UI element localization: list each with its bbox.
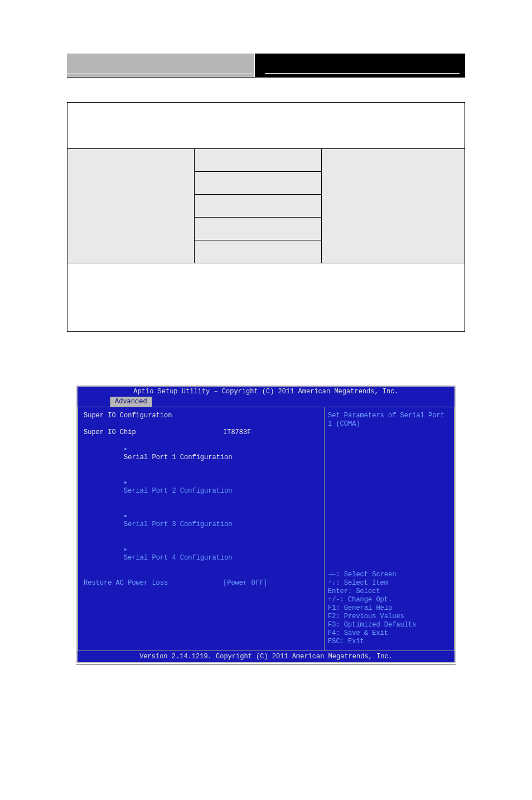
bios-side-panel: Set Parameters of Serial Port 1 (COMA) →… [325, 407, 454, 651]
menu-item-1[interactable]: Serial Port 1 Configuration [124, 454, 232, 461]
restore-ac-label[interactable]: Restore AC Power Loss [84, 579, 223, 587]
key-help-7: F4: Save & Exit [328, 629, 451, 638]
key-help-2: Enter: Select [328, 587, 451, 596]
bios-underline [76, 663, 456, 664]
chevron-right-icon: ▸ [124, 445, 129, 454]
header-right-panel [255, 54, 465, 77]
chip-value: IT8783F [223, 428, 251, 437]
bios-footer: Version 2.14.1219. Copyright (C) 2011 Am… [78, 651, 454, 662]
menu-item-2[interactable]: Serial Port 2 Configuration [124, 487, 232, 495]
chevron-right-icon: ▸ [124, 512, 129, 521]
header-left-panel [67, 54, 255, 77]
chevron-right-icon: ▸ [124, 546, 129, 554]
chevron-right-icon: ▸ [124, 479, 129, 487]
settings-table [67, 102, 465, 332]
item-help-text: Set Parameters of Serial Port 1 (COMA) [328, 412, 451, 428]
bios-screenshot: Aptio Setup Utility – Copyright (C) 2011… [76, 385, 456, 663]
settings-left-col [67, 149, 195, 263]
option-cell-1 [195, 149, 321, 172]
key-legend: →←: Select Screen ↑↓: Select Item Enter:… [328, 571, 451, 646]
restore-ac-value[interactable]: [Power Off] [223, 579, 267, 587]
bios-title: Aptio Setup Utility – Copyright (C) 2011… [78, 387, 454, 397]
menu-item-3[interactable]: Serial Port 3 Configuration [124, 521, 232, 528]
settings-right-col [322, 149, 465, 263]
settings-footer-row [67, 263, 465, 332]
option-cell-5 [195, 240, 321, 263]
section-header: Super IO Configuration [84, 412, 318, 420]
settings-mid-col [195, 149, 322, 263]
key-help-5: F2: Previous Values [328, 613, 451, 621]
bios-tab-row: Advanced [78, 397, 454, 407]
page-header-bar [67, 54, 465, 78]
option-cell-4 [195, 218, 321, 240]
menu-item-4[interactable]: Serial Port 4 Configuration [124, 554, 232, 562]
chip-label: Super IO Chip [84, 428, 223, 437]
option-cell-3 [195, 195, 321, 218]
settings-header-row [67, 103, 465, 149]
key-help-4: F1: General Help [328, 604, 451, 613]
key-help-6: F3: Optimized Defaults [328, 621, 451, 629]
key-help-0: →←: Select Screen [328, 571, 451, 579]
key-help-8: ESC: Exit [328, 638, 451, 646]
key-help-3: +/-: Change Opt. [328, 596, 451, 604]
option-cell-2 [195, 172, 321, 195]
key-help-1: ↑↓: Select Item [328, 579, 451, 587]
bios-main-panel: Super IO Configuration Super IO Chip IT8… [78, 407, 325, 651]
tab-advanced[interactable]: Advanced [110, 397, 152, 407]
